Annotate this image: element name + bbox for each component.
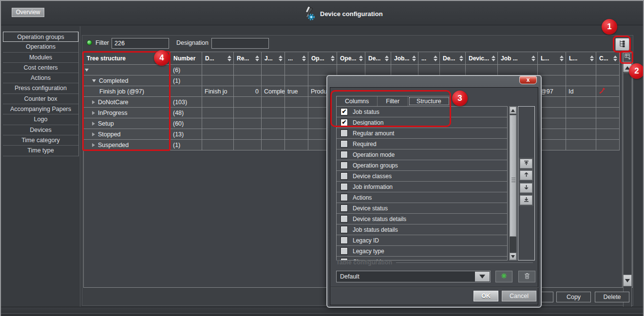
- expand-arrow-icon[interactable]: [92, 100, 95, 104]
- sidebar-item-counter-box[interactable]: Counter box: [3, 94, 78, 104]
- tree-view-button[interactable]: [615, 38, 629, 51]
- sidebar-item-time-type[interactable]: Time type: [3, 146, 78, 156]
- checked-checkbox[interactable]: ✔: [341, 108, 348, 115]
- unchecked-checkbox[interactable]: [341, 194, 348, 201]
- filter-input[interactable]: [112, 38, 169, 49]
- dialog-close-button[interactable]: x: [519, 76, 537, 84]
- hidden-button-sliver[interactable]: [540, 292, 553, 302]
- column-header-item-5[interactable]: ...: [285, 52, 308, 65]
- dropdown-button[interactable]: [475, 272, 490, 281]
- expand-arrow-icon[interactable]: [92, 132, 95, 136]
- column-header-devic-12[interactable]: Devic...: [466, 52, 498, 65]
- sidebar-item-accompanying-papers[interactable]: Accompanying Papers: [3, 104, 78, 114]
- checkbox-row-device-status[interactable]: Device status: [337, 203, 507, 214]
- tab-structure[interactable]: Structure: [408, 96, 450, 106]
- sidebar-item-operation-groups[interactable]: Operation groups: [3, 32, 78, 42]
- expand-arrow-icon[interactable]: [92, 111, 95, 115]
- unchecked-checkbox[interactable]: [341, 151, 348, 158]
- column-header-re-3[interactable]: Re...: [234, 52, 262, 65]
- sort-icon[interactable]: [302, 56, 306, 61]
- move-down-button[interactable]: [520, 183, 532, 193]
- sort-icon[interactable]: [255, 56, 259, 61]
- expand-arrow-icon[interactable]: [92, 122, 95, 126]
- checkbox-row-actions[interactable]: Actions: [337, 192, 507, 203]
- move-up-button[interactable]: [520, 170, 532, 180]
- sort-icon[interactable]: [385, 56, 389, 61]
- checkbox-row-legacy-id[interactable]: Legacy ID: [337, 235, 507, 246]
- column-header-l-15[interactable]: L...: [566, 52, 596, 65]
- column-header-job-9[interactable]: Job...: [391, 52, 418, 65]
- column-header-de-8[interactable]: De...: [365, 52, 391, 65]
- tab-filter[interactable]: Filter: [378, 96, 408, 106]
- checkbox-row-job-information[interactable]: Job information: [337, 182, 507, 192]
- sidebar-item-logo[interactable]: Logo: [3, 114, 78, 125]
- column-header-ope-7[interactable]: Ope...: [337, 52, 365, 65]
- checkbox-row-device-status-details[interactable]: Device status details: [337, 214, 507, 224]
- unchecked-checkbox[interactable]: [341, 172, 348, 180]
- sidebar-item-operations[interactable]: Operations: [3, 42, 78, 52]
- checkbox-row-required[interactable]: Required: [337, 139, 507, 149]
- tab-columns[interactable]: Columns: [337, 96, 378, 106]
- checked-checkbox[interactable]: ✔: [341, 119, 348, 126]
- unchecked-checkbox[interactable]: [341, 140, 348, 148]
- designation-input[interactable]: [211, 38, 269, 49]
- column-header-job-13[interactable]: Job ...: [498, 52, 538, 65]
- sort-icon[interactable]: [613, 56, 617, 61]
- column-header-item-10[interactable]: ...: [418, 52, 440, 65]
- collapse-arrow-icon[interactable]: [92, 79, 96, 82]
- ok-button[interactable]: OK: [474, 291, 498, 301]
- checkbox-row-regular-amount[interactable]: Regular amount: [337, 128, 507, 139]
- sidebar-item-devices[interactable]: Devices: [3, 125, 78, 135]
- cancel-button[interactable]: Cancel: [502, 291, 536, 301]
- column-header-de-11[interactable]: De...: [440, 52, 466, 65]
- checkbox-row-device-classes[interactable]: Device classes: [337, 171, 507, 182]
- sort-icon[interactable]: [359, 56, 363, 61]
- copy-button[interactable]: Copy: [556, 292, 591, 302]
- delete-preset-button[interactable]: [518, 271, 535, 282]
- preset-select[interactable]: Default: [336, 271, 491, 282]
- dialog-scroll-up-button[interactable]: [510, 107, 516, 114]
- sort-icon[interactable]: [227, 56, 231, 61]
- dialog-scrollbar[interactable]: [509, 106, 517, 260]
- dialog-scroll-thumb[interactable]: [510, 115, 516, 237]
- sort-icon[interactable]: [412, 56, 416, 61]
- checkbox-row-operation-groups[interactable]: Operation groups: [337, 160, 507, 171]
- delete-button[interactable]: Delete: [595, 292, 629, 302]
- unchecked-checkbox[interactable]: [341, 130, 348, 137]
- sort-icon[interactable]: [492, 56, 495, 61]
- unchecked-checkbox[interactable]: [341, 215, 348, 223]
- checkbox-row-designation[interactable]: ✔Designation: [337, 117, 507, 128]
- new-preset-button[interactable]: [495, 271, 512, 282]
- unchecked-checkbox[interactable]: [341, 183, 348, 190]
- checkbox-row-job-status[interactable]: ✔Job status: [337, 107, 507, 117]
- unchecked-checkbox[interactable]: [341, 162, 348, 169]
- sidebar-item-press-configuration[interactable]: Press configuration: [3, 83, 78, 93]
- unchecked-checkbox[interactable]: [341, 237, 348, 244]
- sort-icon[interactable]: [459, 56, 463, 61]
- sort-icon[interactable]: [279, 56, 283, 61]
- unchecked-checkbox[interactable]: [341, 226, 348, 233]
- vertical-scrollbar[interactable]: [622, 52, 632, 287]
- column-header-l-14[interactable]: L...: [538, 52, 566, 65]
- unchecked-checkbox[interactable]: [341, 247, 348, 255]
- collapse-arrow-icon[interactable]: [85, 69, 89, 72]
- overview-button[interactable]: Overview: [12, 8, 44, 17]
- scroll-down-button[interactable]: [623, 275, 632, 286]
- column-header-j-4[interactable]: J...: [262, 52, 285, 65]
- sort-icon[interactable]: [590, 56, 594, 61]
- column-header-d-2[interactable]: D...: [202, 52, 234, 65]
- sidebar-item-time-category[interactable]: Time category: [3, 135, 78, 146]
- sort-icon[interactable]: [434, 56, 437, 61]
- sidebar-item-actions[interactable]: Actions: [3, 73, 78, 83]
- sort-icon[interactable]: [331, 56, 335, 61]
- sidebar-item-cost-centers[interactable]: Cost centers: [3, 63, 78, 73]
- move-top-button[interactable]: [520, 159, 532, 168]
- checkbox-row-operation-mode[interactable]: Operation mode: [337, 149, 507, 160]
- expand-arrow-icon[interactable]: [92, 143, 95, 147]
- table-row-6[interactable]: (6): [84, 65, 620, 75]
- checkbox-row-legacy-type[interactable]: Legacy type: [337, 246, 507, 257]
- sort-icon[interactable]: [560, 56, 564, 61]
- column-header-c-16[interactable]: C...: [596, 52, 620, 65]
- sort-icon[interactable]: [531, 56, 535, 61]
- checkbox-row-job-status-details[interactable]: Job status details: [337, 224, 507, 235]
